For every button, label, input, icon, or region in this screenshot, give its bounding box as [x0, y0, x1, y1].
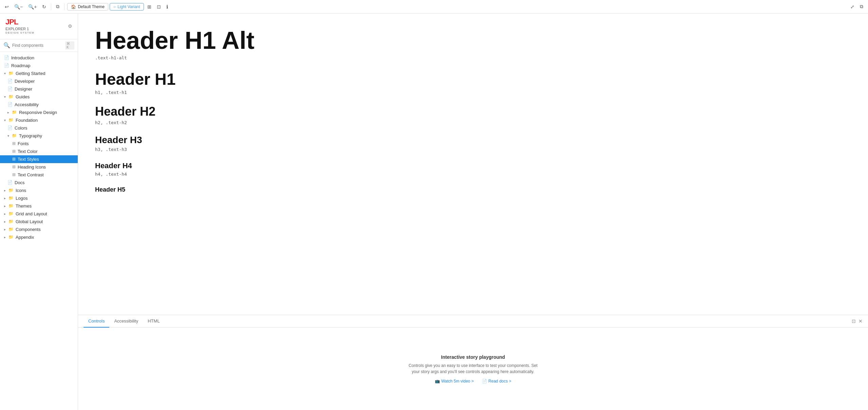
settings-icon[interactable]: ⚙: [68, 23, 72, 29]
zoom-out-button[interactable]: 🔍−: [12, 3, 25, 11]
sidebar-item-label: Designer: [15, 86, 32, 92]
sidebar-item-foundation[interactable]: ▾ 📁 Foundation: [0, 116, 78, 124]
sidebar-item-appendix[interactable]: ▸ 📁 Appendix: [0, 233, 78, 241]
sidebar-item-getting-started[interactable]: ▾ 📁 Getting Started: [0, 70, 78, 77]
sidebar-item-components[interactable]: ▸ 📁 Components: [0, 226, 78, 233]
tab-html[interactable]: HTML: [143, 315, 164, 328]
sidebar-item-responsive-design[interactable]: ▸ 📁 Responsive Design: [0, 109, 78, 116]
tab-accessibility-label: Accessibility: [114, 318, 138, 324]
sidebar-item-label: Developer: [15, 79, 35, 84]
component-icon: ⊞: [12, 149, 16, 154]
light-variant-button[interactable]: ○ Light Variant: [110, 3, 144, 11]
folder-open-icon: 📁: [8, 94, 14, 99]
zoom-in-button[interactable]: 🔍+: [26, 3, 39, 11]
docs-icon: 📄: [482, 379, 487, 384]
sidebar-item-text-color[interactable]: ⊞ Text Color: [0, 148, 78, 155]
chevron-down-icon: ▾: [4, 72, 6, 75]
grid-button[interactable]: ⊞: [145, 3, 153, 11]
sidebar-item-label: Icons: [16, 188, 26, 193]
sidebar-item-docs[interactable]: 📄 Docs: [0, 179, 78, 187]
sidebar-item-label: Heading Icons: [18, 164, 46, 170]
sidebar-item-heading-icons[interactable]: ⊞ Heading Icons: [0, 163, 78, 171]
component-icon: ⊞: [12, 164, 16, 169]
sidebar-item-label: Global Layout: [16, 219, 43, 224]
toolbar-right: ⤢ ⧉: [848, 2, 865, 11]
logo-line1: EXPLORER 1 DESIGN SYSTEM: [5, 26, 34, 35]
sidebar-item-designer[interactable]: 📄 Designer: [0, 85, 78, 93]
h3-section: Header H3 h3, .text-h3: [95, 135, 851, 152]
bottom-tab-right: ⊡ ✕: [852, 318, 863, 324]
tab-accessibility[interactable]: Accessibility: [109, 315, 143, 328]
h5-heading: Header H5: [95, 186, 851, 193]
h2-class-label: h2, .text-h2: [95, 120, 851, 125]
sidebar-item-label: Introduction: [11, 55, 34, 60]
sidebar-item-global-layout[interactable]: ▸ 📁 Global Layout: [0, 218, 78, 226]
default-theme-label: Default Theme: [78, 4, 105, 9]
undo-button[interactable]: ↩: [3, 3, 11, 11]
sidebar-item-accessibility[interactable]: 📄 Accessibility: [0, 101, 78, 109]
sidebar-item-label: Getting Started: [16, 71, 45, 76]
doc-icon: 📄: [4, 55, 9, 60]
sidebar-item-introduction[interactable]: 📄 Introduction: [0, 54, 78, 62]
video-icon: 📺: [435, 379, 440, 384]
expand-button[interactable]: ⤢: [848, 2, 856, 11]
sidebar-item-guides[interactable]: ▾ 📁 Guides: [0, 93, 78, 101]
panel-close-button[interactable]: ✕: [858, 318, 863, 324]
folder-icon: 📁: [8, 219, 14, 224]
sidebar-item-roadmap[interactable]: 📄 Roadmap: [0, 62, 78, 70]
playground-desc: Controls give you an easy to use interfa…: [405, 363, 541, 375]
bottom-panel: Controls Accessibility HTML ⊡ ✕ Interact…: [78, 315, 868, 410]
sidebar-item-icons[interactable]: ▸ 📁 Icons: [0, 187, 78, 194]
sidebar-item-logos[interactable]: ▸ 📁 Logos: [0, 194, 78, 202]
sidebar-item-developer[interactable]: 📄 Developer: [0, 77, 78, 85]
folder-icon: 📁: [8, 211, 14, 216]
sidebar-item-themes[interactable]: ▸ 📁 Themes: [0, 202, 78, 210]
component-icon: ⊞: [12, 172, 16, 177]
sidebar-item-colors[interactable]: 📄 Colors: [0, 124, 78, 132]
h1-alt-section: Header H1 Alt .text-h1-alt: [95, 27, 851, 60]
info-button[interactable]: ℹ: [164, 3, 170, 11]
open-new-button[interactable]: ⧉: [858, 2, 865, 11]
h4-heading: Header H4: [95, 161, 851, 170]
sidebar-item-label: Accessibility: [15, 102, 39, 107]
read-docs-link[interactable]: 📄 Read docs >: [482, 379, 512, 384]
sidebar-item-grid-layout[interactable]: ▸ 📁 Grid and Layout: [0, 210, 78, 218]
preview-area: Header H1 Alt .text-h1-alt Header H1 h1,…: [78, 14, 868, 315]
sidebar: JPL EXPLORER 1 DESIGN SYSTEM ⚙ 🔍 ⌘ K 📄 I…: [0, 14, 78, 410]
search-icon: 🔍: [3, 42, 10, 48]
chevron-down-icon: ▾: [4, 118, 6, 122]
chevron-down-icon: ▾: [7, 134, 9, 138]
default-theme-button[interactable]: 🏠 Default Theme: [67, 3, 108, 11]
sidebar-item-typography[interactable]: ▾ 📁 Typography: [0, 132, 78, 140]
bottom-links: 📺 Watch 5m video > 📄 Read docs >: [435, 379, 512, 384]
sidebar-item-text-styles[interactable]: ⊞ Text Styles: [0, 155, 78, 163]
folder-open-icon: 📁: [8, 118, 14, 122]
h3-class-label: h3, .text-h3: [95, 147, 851, 152]
responsive-button[interactable]: ⊡: [155, 3, 163, 11]
panel-expand-button[interactable]: ⊡: [852, 318, 856, 324]
watch-video-link[interactable]: 📺 Watch 5m video >: [435, 379, 474, 384]
sidebar-item-label: Appendix: [16, 235, 34, 240]
doc-icon: 📄: [4, 63, 9, 68]
watch-video-label: Watch 5m video >: [441, 379, 474, 384]
sidebar-logo: JPL EXPLORER 1 DESIGN SYSTEM ⚙: [0, 14, 78, 39]
h4-section: Header H4 h4, .text-h4: [95, 161, 851, 177]
sidebar-item-fonts[interactable]: ⊞ Fonts: [0, 140, 78, 148]
redo-button[interactable]: ↻: [40, 3, 48, 11]
h1-section: Header H1 h1, .text-h1: [95, 70, 851, 95]
main-layout: JPL EXPLORER 1 DESIGN SYSTEM ⚙ 🔍 ⌘ K 📄 I…: [0, 14, 868, 410]
tab-controls[interactable]: Controls: [84, 315, 109, 328]
home-icon: 🏠: [71, 4, 76, 9]
chevron-right-icon: ▸: [4, 204, 6, 208]
sidebar-item-label: Grid and Layout: [16, 211, 47, 216]
h3-heading: Header H3: [95, 135, 851, 145]
search-input[interactable]: [12, 43, 63, 48]
folder-open-icon: 📁: [8, 71, 14, 76]
toolbar: ↩ 🔍− 🔍+ ↻ ⧉ 🏠 Default Theme ○ Light Vari…: [0, 0, 868, 14]
h5-section: Header H5: [95, 186, 851, 193]
bottom-tabs: Controls Accessibility HTML ⊡ ✕: [78, 315, 868, 328]
sidebar-item-text-contrast[interactable]: ⊞ Text Contrast: [0, 171, 78, 179]
chevron-right-icon: ▸: [4, 212, 6, 216]
copy-button[interactable]: ⧉: [54, 2, 61, 11]
chevron-right-icon: ▸: [7, 111, 9, 114]
